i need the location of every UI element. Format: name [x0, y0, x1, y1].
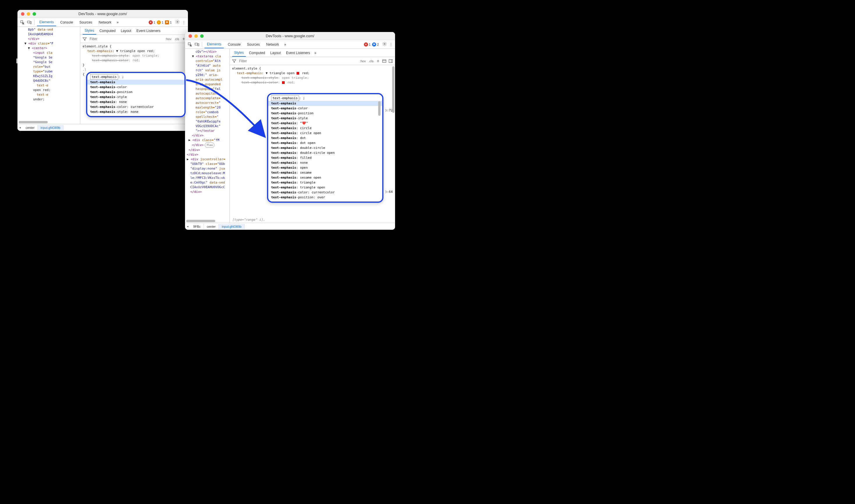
tab-elements[interactable]: Elements	[37, 19, 56, 26]
main-toolbar: Elements Console Sources Network » ✕1 ⚑2…	[185, 40, 395, 49]
tabs-overflow-icon[interactable]: »	[283, 42, 287, 47]
inspect-icon[interactable]	[20, 20, 25, 25]
side-tab-computed[interactable]: Computed	[247, 50, 267, 56]
cls-button[interactable]: .cls	[173, 37, 180, 41]
dom-tree-panel[interactable]: 8pb" data-ved IAxUqWUEAHQU4 </div> ▼ <di…	[17, 27, 80, 124]
autocomplete-item[interactable]: text-emphasis: dot open	[268, 141, 382, 145]
breadcrumb-bar: ◂ 9FBc center input.gNO89b	[185, 223, 395, 230]
breadcrumb-item[interactable]: center	[23, 125, 38, 130]
more-icon[interactable]: ⋮	[389, 42, 393, 47]
autocomplete-item[interactable]: text-emphasis-style	[268, 116, 382, 121]
autocomplete-item[interactable]: text-emphasis: circle	[268, 126, 382, 130]
autocomplete-item[interactable]: text-emphasis-color	[87, 85, 184, 90]
error-icon: ✕	[364, 42, 368, 47]
svg-point-3	[177, 21, 178, 22]
tab-sources[interactable]: Sources	[77, 19, 94, 26]
autocomplete-popup-1: text-emphasis: ; text-emphasistext-empha…	[86, 72, 185, 117]
device-icon[interactable]	[194, 42, 199, 47]
maximize-window-button[interactable]	[33, 12, 36, 16]
titlebar: DevTools - www.google.com/	[17, 10, 188, 18]
sidebar-toggle-icon[interactable]	[388, 58, 393, 64]
side-tab-listeners[interactable]: Event Listeners	[135, 27, 163, 34]
maximize-window-button[interactable]	[200, 34, 203, 38]
dom-tree-panel[interactable]: cQv"></div> ▼ <textarea cla controls="Al…	[185, 49, 230, 223]
autocomplete-item[interactable]: text-emphasis: dot	[268, 136, 382, 141]
breadcrumb-left-arrow[interactable]: ◂	[185, 224, 190, 228]
hov-button[interactable]: :hov	[164, 37, 172, 41]
filter-icon[interactable]	[232, 58, 237, 64]
breadcrumb-item-selected[interactable]: input.gNO89b	[38, 125, 64, 130]
autocomplete-item[interactable]: text-emphasis-color: currentcolor	[87, 104, 184, 109]
autocomplete-item[interactable]: text-emphasis-style: none	[87, 109, 184, 114]
filter-row: :hov .cls +	[230, 57, 395, 65]
side-tab-styles[interactable]: Styles	[83, 27, 96, 35]
device-icon[interactable]	[27, 20, 32, 25]
autocomplete-item[interactable]: text-emphasis-position	[87, 90, 184, 94]
vertical-scrollbar[interactable]	[378, 101, 380, 116]
side-tab-layout[interactable]: Layout	[119, 27, 133, 34]
breadcrumb-item-selected[interactable]: input.gNO89b	[219, 224, 245, 229]
side-tab-styles[interactable]: Styles	[232, 49, 246, 57]
inspect-icon[interactable]	[188, 42, 193, 47]
settings-icon[interactable]	[382, 41, 387, 47]
autocomplete-item[interactable]: text-emphasis: double-circle open	[268, 150, 382, 155]
svg-rect-1	[28, 21, 30, 23]
breadcrumb-item[interactable]: center	[204, 224, 219, 229]
side-tab-listeners[interactable]: Event Listeners	[284, 50, 312, 56]
svg-rect-8	[382, 60, 386, 62]
hov-button[interactable]: :hov	[359, 59, 367, 64]
autocomplete-item[interactable]: text-emphasis: triangle open	[268, 185, 382, 190]
minimize-window-button[interactable]	[27, 12, 30, 16]
tab-console[interactable]: Console	[58, 19, 75, 26]
filter-icon[interactable]	[82, 36, 87, 41]
autocomplete-item[interactable]: text-emphasis: "❤️"	[268, 121, 382, 126]
filter-input[interactable]	[238, 58, 358, 64]
css-property-input[interactable]: text-emphasis	[271, 95, 299, 101]
console-badges[interactable]: ✕1 ⚑2	[364, 42, 380, 47]
svg-rect-6	[198, 43, 199, 46]
tab-elements[interactable]: Elements	[204, 41, 224, 48]
autocomplete-item[interactable]: text-emphasis-position	[268, 111, 382, 116]
computed-toggle-icon[interactable]	[382, 58, 387, 64]
side-tab-computed[interactable]: Computed	[97, 27, 118, 34]
autocomplete-item[interactable]: text-emphasis: sesame	[268, 170, 382, 175]
autocomplete-item[interactable]: text-emphasis: circle open	[268, 130, 382, 136]
cls-button[interactable]: .cls	[368, 59, 374, 64]
horizontal-scrollbar[interactable]	[186, 220, 215, 222]
side-tab-layout[interactable]: Layout	[268, 50, 283, 56]
settings-icon[interactable]	[175, 19, 180, 25]
filter-input[interactable]	[88, 36, 163, 41]
breadcrumb-item[interactable]: 9FBc	[190, 224, 204, 229]
tab-network[interactable]: Network	[264, 41, 281, 48]
autocomplete-item[interactable]: text-emphasis: filled	[268, 155, 382, 160]
minimize-window-button[interactable]	[194, 34, 198, 38]
autocomplete-item[interactable]: text-emphasis	[87, 80, 184, 85]
close-window-button[interactable]	[21, 12, 24, 16]
tabs-overflow-icon[interactable]: »	[115, 20, 120, 25]
more-icon[interactable]: ⋮	[182, 20, 185, 24]
vertical-scrollbar[interactable]	[392, 66, 394, 113]
breadcrumb-left-arrow[interactable]: ◂	[17, 126, 23, 129]
add-rule-button[interactable]: +	[376, 58, 380, 64]
autocomplete-item[interactable]: text-emphasis-color: currentcolor	[268, 190, 382, 195]
autocomplete-item[interactable]: text-emphasis: none	[87, 100, 184, 104]
autocomplete-popup-2: text-emphasis: ; text-emphasistext-empha…	[267, 93, 384, 203]
autocomplete-item[interactable]: text-emphasis-style	[87, 94, 184, 100]
tab-console[interactable]: Console	[226, 41, 243, 48]
autocomplete-item[interactable]: text-emphasis: sesame open	[268, 175, 382, 180]
autocomplete-item[interactable]: text-emphasis-color	[268, 106, 382, 111]
filter-row: :hov .cls +	[80, 35, 188, 43]
autocomplete-item[interactable]: text-emphasis: double-circle	[268, 145, 382, 150]
autocomplete-item[interactable]: text-emphasis: open	[268, 165, 382, 170]
horizontal-scrollbar[interactable]	[19, 121, 48, 123]
side-tabs-overflow-icon[interactable]: »	[313, 50, 318, 56]
autocomplete-item[interactable]: text-emphasis: none	[268, 160, 382, 165]
close-window-button[interactable]	[189, 34, 192, 38]
css-property-input[interactable]: text-emphasis	[90, 74, 118, 80]
console-badges[interactable]: ✕1 !1 ⚑1	[149, 20, 173, 24]
autocomplete-item[interactable]: text-emphasis-position: over	[268, 195, 382, 200]
autocomplete-item[interactable]: text-emphasis	[268, 101, 382, 106]
autocomplete-item[interactable]: text-emphasis: triangle	[268, 180, 382, 185]
tab-sources[interactable]: Sources	[245, 41, 262, 48]
tab-network[interactable]: Network	[96, 19, 114, 26]
